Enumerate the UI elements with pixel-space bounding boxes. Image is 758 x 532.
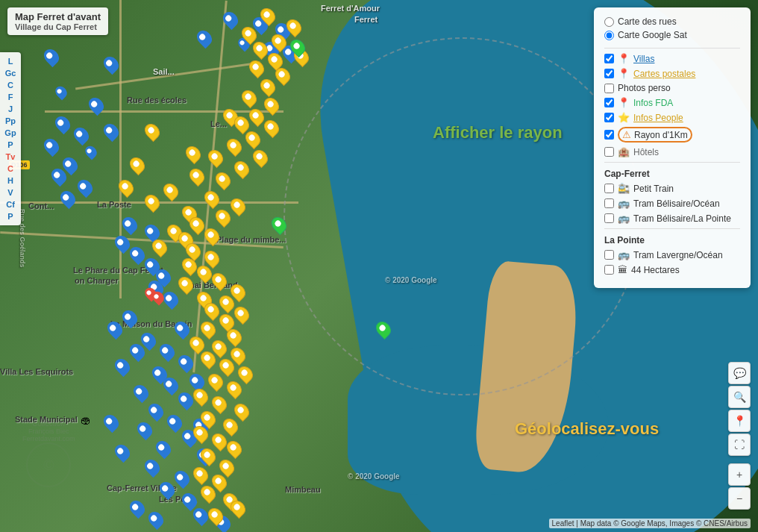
tram-bel-ocean-icon: 🚌 (618, 198, 630, 209)
sidebar-letter-L[interactable]: L (0, 55, 21, 67)
sidebar-letter-C[interactable]: C (0, 79, 21, 91)
sidebar-letter-C2[interactable]: C (0, 163, 21, 175)
infos-fda-label: Infos FDA (633, 98, 673, 108)
checkbox-cartes[interactable]: 📍 Cartes postales (604, 68, 740, 79)
hectares-label: 44 Hectares (631, 265, 680, 275)
hotels-label: Hôtels (633, 147, 659, 157)
hotels-icon: 🏨 (618, 146, 630, 157)
villas-icon: 📍 (618, 53, 630, 64)
checkbox-petit-train[interactable]: 🚉 Petit Train (604, 183, 740, 194)
sidebar-letter-F[interactable]: F (0, 91, 21, 103)
tram-bel-pointe-icon: 🚌 (618, 213, 630, 224)
info-box-title: Map Ferret d'avant (15, 11, 101, 22)
rayon-label: Rayon d'1Km (634, 130, 688, 140)
checkbox-villas[interactable]: 📍 Villas (604, 53, 740, 64)
infos-people-label: Infos People (633, 113, 683, 123)
checkbox-petit-train-input[interactable] (604, 184, 614, 193)
info-box-subtitle: Village du Cap Ferret (15, 22, 101, 31)
section-la-pointe: La Pointe (604, 235, 740, 245)
tram-bel-ocean-label: Tram Bélisaire/Océan (633, 198, 720, 209)
checkbox-44-hectares[interactable]: 🏛 44 Hectares (604, 264, 740, 275)
checkbox-infos-people-input[interactable] (604, 113, 614, 122)
section-cap-ferret: Cap-Ferret (604, 169, 740, 179)
fullscreen-button[interactable]: ⛶ (728, 434, 751, 456)
control-panel: Carte des rues Carte Google Sat 📍 Villas… (594, 7, 751, 288)
chat-button[interactable]: 💬 (728, 362, 751, 384)
hectares-icon: 🏛 (618, 264, 627, 275)
stade-icon: 🏟 (81, 414, 91, 426)
divider-2 (604, 162, 740, 163)
checkbox-44-hectares-input[interactable] (604, 265, 614, 275)
map-controls: 💬 🔍 📍 ⛶ + − (728, 362, 751, 510)
road-horizontal (45, 110, 284, 113)
infos-fda-icon: 📍 (618, 97, 630, 108)
petit-train-label: Petit Train (633, 184, 674, 194)
divider-3 (604, 228, 740, 229)
sidebar-letter-Cf[interactable]: Cf (0, 198, 21, 210)
sidebar-letter-P2[interactable]: P (0, 210, 21, 222)
tram-bel-pointe-label: Tram Bélisaire/La Pointe (633, 213, 731, 224)
tram-lavergne-icon: 🚌 (618, 249, 630, 260)
checkbox-infos-people[interactable]: ⭐ Infos People (604, 112, 740, 123)
controls-gap (728, 457, 751, 462)
radio-carte-google[interactable]: Carte Google Sat (604, 30, 740, 40)
radio-carte-google-input[interactable] (604, 31, 614, 40)
checkbox-rayon-input[interactable] (604, 130, 614, 140)
map-type-group: Carte des rues Carte Google Sat (604, 16, 740, 40)
sidebar-letter-H[interactable]: H (0, 175, 21, 187)
divider-1 (604, 48, 740, 48)
road-vertical (119, 0, 122, 298)
zoom-in-button[interactable]: + (728, 463, 751, 486)
sidebar-letter-P[interactable]: P (0, 139, 21, 151)
checkbox-rayon[interactable]: ⚠ Rayon d'1Km (604, 127, 740, 143)
petit-train-icon: 🚉 (618, 183, 630, 194)
checkbox-photos-input[interactable] (604, 84, 614, 93)
radio-carte-rues-input[interactable] (604, 17, 614, 27)
sidebar-letter-J[interactable]: J (0, 103, 21, 115)
sidebar-letter-Pp[interactable]: Pp (0, 115, 21, 127)
checkbox-tram-lavergne-input[interactable] (604, 250, 614, 260)
sidebar-letter-V[interactable]: V (0, 187, 21, 198)
checkbox-tram-bel-ocean-input[interactable] (604, 198, 614, 208)
checkbox-tram-belisaire-pointe[interactable]: 🚌 Tram Bélisaire/La Pointe (604, 213, 740, 224)
infos-people-icon: ⭐ (618, 112, 630, 123)
checkbox-infos-fda[interactable]: 📍 Infos FDA (604, 97, 740, 108)
rayon-icon: ⚠ (622, 129, 631, 140)
radio-carte-google-label: Carte Google Sat (618, 30, 687, 40)
zoom-out-button[interactable]: − (728, 487, 751, 510)
sidebar-letter-Gp[interactable]: Gp (0, 127, 21, 139)
cartes-label: Cartes postales (633, 69, 695, 79)
villas-label: Villas (633, 54, 654, 64)
checkbox-cartes-input[interactable] (604, 69, 614, 78)
radio-carte-rues[interactable]: Carte des rues (604, 16, 740, 27)
checkbox-hotels[interactable]: 🏨 Hôtels (604, 146, 740, 157)
radio-carte-rues-label: Carte des rues (618, 16, 677, 27)
checkbox-infos-fda-input[interactable] (604, 98, 614, 107)
checkbox-photos[interactable]: Photos perso (604, 83, 740, 93)
sidebar-letters: L Gc C F J Pp Gp P Tv C H V Cf P (0, 52, 21, 225)
zoom-search-button[interactable]: 🔍 (728, 386, 751, 408)
geolocate-button[interactable]: 📍 (728, 410, 751, 432)
photos-label: Photos perso (618, 83, 671, 93)
attribution: Leaflet | Map data © Google Maps, Images… (549, 519, 751, 528)
info-box: Map Ferret d'avant Village du Cap Ferret (7, 7, 108, 35)
checkbox-tram-lavergne[interactable]: 🚌 Tram Lavergne/Océan (604, 249, 740, 260)
map-container: D106 Ferret d'Amour Ferret Sail... Le...… (0, 0, 758, 532)
checkbox-tram-belisaire-ocean[interactable]: 🚌 Tram Bélisaire/Océan (604, 198, 740, 209)
checkbox-hotels-input[interactable] (604, 147, 614, 157)
sidebar-letter-Gc[interactable]: Gc (0, 67, 21, 79)
cartes-icon: 📍 (618, 68, 630, 79)
sidebar-letter-Tv[interactable]: Tv (0, 151, 21, 163)
tram-lavergne-label: Tram Lavergne/Océan (633, 250, 723, 260)
rayon-highlight: ⚠ Rayon d'1Km (618, 127, 692, 143)
checkbox-villas-input[interactable] (604, 54, 614, 63)
checkbox-tram-bel-pointe-input[interactable] (604, 213, 614, 223)
